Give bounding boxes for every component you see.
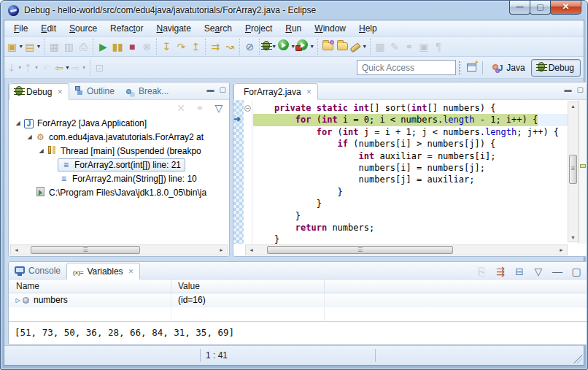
dropdown-arrow-icon[interactable]: ▼ — [36, 44, 41, 49]
suspend-button[interactable]: ▮▮ — [110, 39, 125, 55]
maximize-button[interactable] — [530, 1, 551, 15]
use-step-filters-button[interactable]: ↝ — [223, 39, 237, 55]
run-external-tools-button[interactable]: ▼ — [296, 39, 315, 55]
menu-refactor[interactable]: Refactor — [104, 21, 150, 36]
toolbar-drag-handle[interactable] — [459, 61, 461, 74]
open-folder-button[interactable] — [335, 39, 349, 55]
tree-item[interactable]: ◢⚙com.edu4java.javatutorials.ForArray2 a… — [9, 130, 229, 144]
dropdown-arrow-icon[interactable]: ▼ — [18, 65, 23, 70]
expand-arrow-icon[interactable]: ◢ — [25, 134, 34, 140]
scroll-up-arrow-icon[interactable]: ▲ — [568, 104, 578, 109]
overview-ruler[interactable] — [579, 100, 587, 244]
code-line[interactable]: for (int j = i + 1; j < numbers.length; … — [253, 126, 568, 138]
tab-variables[interactable]: (x)=Variables✕ — [66, 263, 140, 280]
code-line[interactable]: return numbers; — [253, 222, 568, 234]
dropdown-arrow-icon[interactable]: ▼ — [34, 65, 39, 70]
show-logical-structures-button[interactable]: ⇶ — [493, 266, 508, 277]
fold-collapse-icon[interactable]: − — [244, 105, 251, 112]
dropdown-arrow-icon[interactable]: ▼ — [309, 44, 314, 49]
expand-arrow-icon[interactable]: ▷ — [13, 297, 23, 304]
menu-run[interactable]: Run — [279, 21, 308, 36]
tree-item[interactable]: ≡ForArray2.sort(int[]) line: 21 — [9, 158, 229, 171]
menu-source[interactable]: Source — [63, 21, 104, 36]
tree-item[interactable]: ◢JForArray2 [Java Application] — [9, 116, 229, 130]
folding-margin[interactable]: − — [244, 100, 252, 244]
variable-detail-pane[interactable]: [51, 73, 50, 36, 28, 66, 84, 31, 35, 69] — [9, 321, 587, 344]
close-tab-icon[interactable]: ✕ — [128, 268, 134, 275]
search-button[interactable]: ▼ — [349, 39, 368, 55]
menu-edit[interactable]: Edit — [34, 21, 63, 36]
menu-help[interactable]: Help — [352, 21, 384, 36]
quick-access-input[interactable] — [357, 60, 456, 75]
code-line[interactable]: int auxiliar = numbers[i]; — [253, 150, 568, 162]
close-button[interactable] — [550, 1, 581, 15]
open-perspective-button[interactable] — [464, 60, 479, 76]
scrollbar-thumb[interactable] — [267, 246, 453, 254]
maximize-view-button[interactable]: ▢ — [569, 266, 584, 277]
back-history-button[interactable]: ⇦▼ — [54, 60, 71, 76]
code-line[interactable]: } — [253, 234, 568, 244]
code-line[interactable]: } — [253, 198, 568, 209]
expand-arrow-icon[interactable]: ◢ — [36, 147, 46, 154]
scroll-down-arrow-icon[interactable]: ▼ — [568, 235, 578, 240]
dropdown-arrow-icon[interactable]: ▼ — [65, 65, 70, 70]
tab-break-[interactable]: Break... — [120, 82, 174, 99]
dropdown-arrow-icon[interactable]: ▼ — [18, 44, 23, 49]
tree-item[interactable]: ◢Thread [main] (Suspended (breakpo — [9, 144, 229, 158]
scroll-left-arrow-icon[interactable]: ◄ — [246, 247, 257, 253]
perspective-java-button[interactable]: JJava — [487, 61, 530, 75]
close-tab-icon[interactable]: ✕ — [306, 88, 312, 96]
annotation-ruler[interactable]: ➜ — [233, 100, 244, 244]
editor-vertical-scrollbar[interactable]: ▲ ▼ — [568, 101, 579, 242]
minimize-view-button[interactable]: — — [550, 266, 565, 277]
new-java-element-button[interactable]: ▤▼ — [24, 39, 42, 55]
view-menu-button[interactable]: ▽ — [212, 102, 226, 114]
step-over-button[interactable]: ↷ — [174, 39, 188, 55]
open-type-folder-button[interactable] — [320, 39, 335, 55]
code-line[interactable]: } — [253, 186, 568, 198]
current-debug-line[interactable]: for (int i = 0; i < numbers.length - 1; … — [253, 114, 568, 126]
menu-search[interactable]: Search — [198, 21, 239, 36]
minimize-view-icon[interactable]: ▬ — [565, 85, 572, 94]
debug-button[interactable]: ▼ — [262, 39, 277, 55]
column-divider[interactable] — [171, 280, 171, 293]
tree-item[interactable]: ≡ForArray2.main(String[]) line: 10 — [9, 171, 229, 185]
tab-forarray2-java[interactable]: ForArray2.java ✕ — [233, 83, 318, 100]
editor-horizontal-scrollbar[interactable]: ◄ ► — [245, 244, 568, 255]
code-editor[interactable]: private static int[] sort(int[] numbers)… — [253, 100, 568, 244]
maximize-view-icon[interactable]: ▢ — [577, 85, 584, 94]
code-line[interactable]: numbers[i] = numbers[j]; — [253, 162, 568, 174]
tab-console[interactable]: Console — [9, 262, 66, 279]
resume-button[interactable]: ▶ — [96, 39, 110, 55]
title-bar[interactable]: Debug - hello-world/src/com/edu4java/jav… — [1, 1, 587, 20]
code-line[interactable]: if (numbers[i] > numbers[j]) { — [253, 138, 568, 150]
scrollbar-thumb[interactable] — [31, 246, 140, 254]
resize-grip[interactable] — [573, 355, 582, 363]
current-line-marker[interactable] — [580, 164, 586, 168]
variable-row[interactable]: ▷numbers(id=16) — [9, 293, 587, 307]
scroll-left-arrow-icon[interactable]: ◄ — [11, 247, 22, 253]
drop-to-frame-button[interactable]: ⇉ — [208, 39, 223, 55]
new-wizard-button[interactable]: ▣▼ — [7, 39, 24, 55]
column-header-value[interactable]: Value — [178, 281, 200, 291]
maximize-view-icon[interactable]: ▢ — [220, 85, 226, 94]
close-tab-icon[interactable]: ✕ — [57, 88, 63, 96]
scroll-right-arrow-icon[interactable]: ► — [216, 247, 227, 253]
column-header-name[interactable]: Name — [16, 281, 39, 291]
minimize-view-icon[interactable]: ▬ — [207, 85, 214, 94]
tab-debug[interactable]: Debug✕ — [9, 83, 69, 100]
view-menu-button[interactable]: ▽ — [531, 266, 546, 277]
code-line[interactable]: } — [253, 210, 568, 222]
column-divider[interactable] — [324, 280, 325, 293]
minimize-button[interactable] — [509, 1, 530, 15]
menu-project[interactable]: Project — [239, 21, 279, 36]
step-into-button[interactable]: ↧ — [159, 39, 174, 55]
tree-item[interactable]: C:\Program Files\Java\jdk1.8.0_05\bin\ja — [9, 185, 229, 199]
run-button[interactable]: ▼ — [277, 39, 296, 55]
perspective-debug-button[interactable]: Debug — [531, 59, 581, 77]
tab-outline[interactable]: Outline — [69, 82, 120, 99]
dropdown-arrow-icon[interactable]: ▼ — [290, 44, 295, 49]
menu-file[interactable]: File — [7, 21, 34, 36]
dropdown-arrow-icon[interactable]: ▼ — [82, 65, 87, 70]
menu-navigate[interactable]: Navigate — [150, 21, 197, 36]
